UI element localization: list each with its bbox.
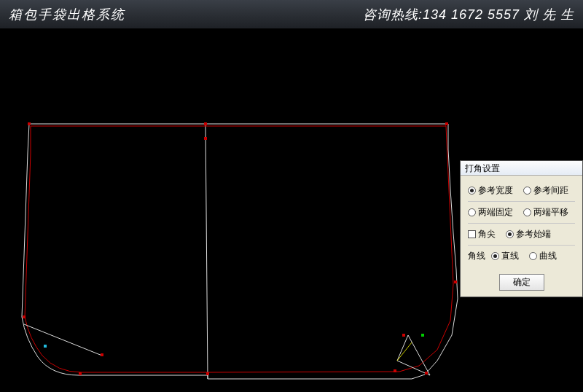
svg-rect-1: [204, 122, 207, 125]
radio-icon: [468, 187, 476, 195]
svg-rect-0: [28, 122, 31, 125]
nodes-red: [23, 122, 457, 375]
radio-icon: [506, 230, 514, 238]
corner-line-label: 角线: [468, 250, 485, 262]
radio-label: 参考始端: [516, 228, 551, 240]
radio-label: 两端平移: [533, 206, 568, 219]
svg-rect-5: [79, 372, 82, 375]
radio-label: 参考间距: [533, 184, 568, 197]
radio-ref-spacing[interactable]: 参考间距: [523, 184, 568, 197]
radio-ref-start[interactable]: 参考始端: [506, 228, 551, 240]
dialog-body: 参考宽度 参考间距 两端固定 两端平移: [461, 176, 582, 297]
radio-ends-fixed[interactable]: 两端固定: [468, 206, 513, 219]
corner-diag-left: [24, 324, 102, 356]
ok-button[interactable]: 确定: [499, 274, 544, 291]
check-sharp-corner[interactable]: 角尖: [468, 228, 496, 240]
radio-label: 参考宽度: [478, 184, 513, 197]
svg-rect-7: [23, 315, 26, 318]
radio-icon: [523, 208, 531, 216]
radio-icon: [468, 208, 476, 216]
svg-rect-9: [394, 369, 396, 372]
corner-fold-yellow: [397, 342, 412, 361]
svg-rect-2: [204, 137, 207, 140]
svg-rect-4: [454, 281, 457, 283]
radio-ref-width[interactable]: 参考宽度: [468, 184, 513, 197]
inner-red-outline: [25, 126, 453, 372]
row-sharp-ref: 角尖 参考始端: [468, 224, 575, 246]
node-red-br1: [402, 334, 405, 337]
node-cyan-left: [44, 345, 47, 348]
app-header: 箱包手袋出格系统 咨询热线:134 1672 5557 刘 先 生: [0, 0, 583, 29]
radio-label: 直线: [501, 250, 519, 262]
svg-rect-3: [445, 122, 448, 125]
radio-line-curve[interactable]: 曲线: [529, 250, 557, 262]
drawing-canvas[interactable]: 打角设置 参考宽度 参考间距 两端固定 两端平移: [0, 29, 583, 392]
center-line: [206, 124, 208, 379]
dialog-title: 打角设置: [461, 161, 582, 176]
corner-settings-dialog: 打角设置 参考宽度 参考间距 两端固定 两端平移: [460, 160, 583, 297]
radio-icon: [491, 252, 499, 260]
outer-outline: [22, 124, 458, 379]
dialog-buttons: 确定: [468, 267, 575, 291]
hotline-text: 咨询热线:134 1672 5557 刘 先 生: [363, 6, 574, 23]
radio-line-straight[interactable]: 直线: [491, 250, 519, 262]
row-corner-line: 角线 直线 曲线: [468, 246, 575, 267]
radio-label: 曲线: [539, 250, 557, 262]
radio-icon: [523, 187, 531, 195]
svg-rect-6: [206, 372, 209, 375]
node-green-right: [421, 334, 424, 337]
row-ref-mode: 参考宽度 参考间距: [468, 180, 575, 202]
radio-ends-translate[interactable]: 两端平移: [523, 206, 568, 219]
app-title: 箱包手袋出格系统: [9, 6, 125, 23]
radio-icon: [529, 252, 537, 260]
svg-rect-8: [101, 353, 103, 356]
checkbox-icon: [468, 230, 476, 238]
corner-fold-right: [397, 335, 430, 375]
node-red-br2: [425, 372, 428, 375]
row-end-mode: 两端固定 两端平移: [468, 202, 575, 224]
check-label: 角尖: [478, 228, 496, 240]
radio-label: 两端固定: [478, 206, 513, 219]
